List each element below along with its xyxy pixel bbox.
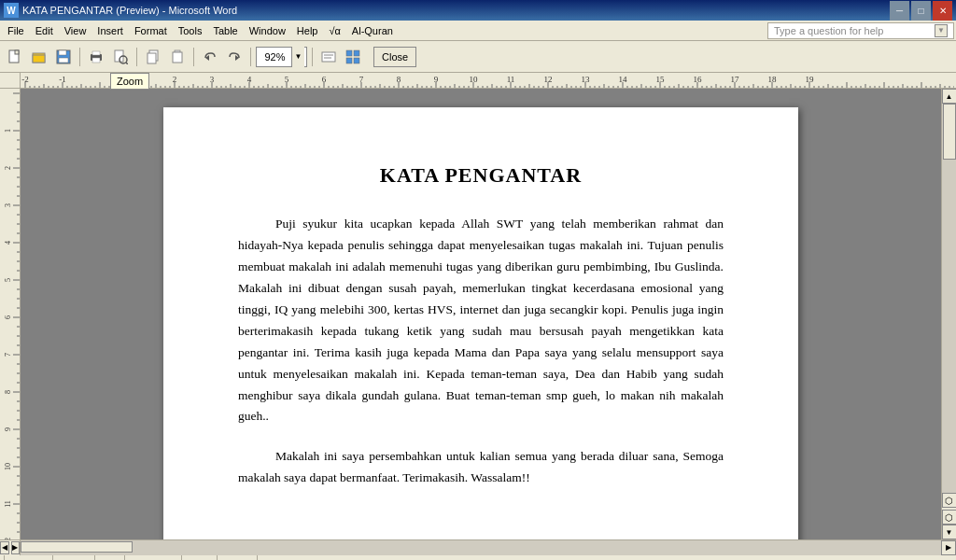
paragraph-2: Makalah ini saya persembahkan untuk kali…	[238, 446, 724, 489]
svg-rect-9	[92, 51, 100, 55]
document-page: KATA PENGANTAR Puji syukur kita ucapkan …	[163, 107, 798, 539]
status-sec: Sec 1	[53, 555, 95, 560]
close-preview-btn[interactable]: Close	[373, 47, 416, 67]
scroll-corner: ◀ ▶	[0, 540, 21, 555]
scroll-down-button[interactable]: ▼	[942, 525, 957, 539]
scroll-btn-pagedown[interactable]: ⬡	[942, 510, 957, 525]
menu-bar-right: Type a question for help ▼	[767, 22, 954, 39]
svg-rect-23	[354, 50, 359, 56]
vertical-ruler	[0, 89, 21, 539]
status-page-of: 1/1	[95, 555, 125, 560]
save-icon	[56, 49, 71, 64]
status-at: At 2.5cm	[125, 555, 181, 560]
svg-rect-3	[33, 55, 45, 63]
main-area: KATA PENGANTAR Puji syukur kita ucapkan …	[0, 89, 956, 539]
toolbar-separator-3	[193, 48, 194, 66]
status-bar: Page 1 Sec 1 1/1 At 2.5cm Ln 1 Col 1 REC…	[0, 554, 956, 560]
svg-rect-24	[346, 58, 352, 63]
svg-line-12	[126, 63, 128, 64]
close-preview-label: Close	[382, 51, 408, 63]
toolbar-btn-extra[interactable]	[317, 46, 340, 68]
menu-item-file[interactable]: File	[2, 21, 30, 40]
toolbar-separator-2	[136, 48, 137, 66]
copy-icon	[146, 49, 161, 64]
document-title: KATA PENGANTAR	[238, 163, 724, 188]
status-page: Page 1	[4, 555, 53, 560]
horizontal-scrollbar: ◀ ▶ ▶	[0, 539, 956, 554]
h-scroll-end-button[interactable]: ▶	[941, 540, 956, 555]
menu-item-tools[interactable]: Tools	[173, 21, 208, 40]
menu-item-edit[interactable]: Edit	[30, 21, 59, 40]
window-title: KATA PENGANTAR (Preview) - Microsoft Wor…	[22, 5, 237, 16]
status-col: Col 1	[218, 555, 258, 560]
redo-icon	[227, 49, 242, 64]
toolbar-btn-view[interactable]	[342, 46, 364, 68]
paste-icon	[170, 49, 185, 64]
ruler-corner	[0, 73, 21, 89]
menu-item-view[interactable]: View	[59, 21, 92, 40]
menu-item-insert[interactable]: Insert	[91, 21, 129, 40]
title-bar-left: W KATA PENGANTAR (Preview) - Microsoft W…	[4, 3, 237, 18]
zoom-dropdown-button[interactable]: ▼	[291, 47, 304, 67]
svg-rect-22	[346, 50, 352, 56]
menu-bar: File Edit View Insert Format Tools Table…	[0, 21, 956, 41]
print-icon	[89, 49, 104, 64]
h-scroll-thumb[interactable]	[21, 541, 133, 553]
svg-rect-19	[322, 52, 335, 62]
svg-rect-16	[173, 52, 182, 63]
toolbar-btn-redo[interactable]	[223, 46, 246, 68]
minimize-button[interactable]: ─	[890, 1, 909, 21]
new-icon	[7, 49, 22, 64]
toolbar-btn-open[interactable]	[28, 46, 50, 68]
h-scroll-right-button[interactable]: ▶	[11, 541, 21, 554]
title-bar: W KATA PENGANTAR (Preview) - Microsoft W…	[0, 0, 956, 21]
menu-item-formula[interactable]: √α	[323, 21, 345, 40]
toolbar-btn-save[interactable]	[52, 46, 75, 68]
extra-icon	[321, 49, 336, 64]
scroll-btn-pageup[interactable]: ⬡	[942, 493, 957, 508]
horizontal-ruler	[21, 73, 956, 89]
svg-rect-14	[148, 53, 156, 63]
ask-question-box[interactable]: Type a question for help ▼	[767, 22, 954, 39]
h-scroll-left-button[interactable]: ◀	[0, 541, 9, 554]
toolbar-separator-4	[250, 48, 251, 66]
toolbar-btn-print[interactable]	[85, 46, 107, 68]
page-wrapper: KATA PENGANTAR Puji syukur kita ucapkan …	[21, 89, 941, 539]
zoom-input[interactable]: 92%	[259, 51, 291, 63]
scroll-thumb[interactable]	[943, 104, 956, 160]
toolbar-btn-preview[interactable]	[109, 46, 132, 68]
svg-rect-5	[59, 50, 66, 55]
view-icon	[345, 49, 360, 64]
toolbar-btn-copy[interactable]	[142, 46, 164, 68]
preview-icon	[113, 49, 128, 64]
toolbar-btn-undo[interactable]	[199, 46, 221, 68]
scroll-up-button[interactable]: ▲	[942, 89, 957, 104]
v-ruler-canvas	[0, 89, 21, 539]
toolbar-separator-5	[312, 48, 313, 66]
menu-item-help[interactable]: Help	[291, 21, 324, 40]
undo-icon	[203, 49, 218, 64]
svg-rect-25	[354, 58, 359, 63]
close-window-button[interactable]: ✕	[933, 1, 952, 21]
paragraph-1: Puji syukur kita ucapkan kepada Allah SW…	[238, 214, 724, 427]
scroll-track[interactable]	[942, 104, 957, 493]
menu-item-table[interactable]: Table	[207, 21, 243, 40]
window-controls: ─ □ ✕	[890, 1, 952, 21]
open-icon	[32, 49, 47, 64]
menu-item-window[interactable]: Window	[244, 21, 291, 40]
app-icon: W	[4, 3, 19, 18]
h-scroll-track[interactable]	[21, 540, 941, 555]
zoom-box[interactable]: 92% ▼	[256, 47, 307, 67]
status-ln: Ln 1	[182, 555, 218, 560]
toolbar-btn-new[interactable]	[4, 46, 26, 68]
ask-dropdown-button[interactable]: ▼	[935, 24, 948, 37]
svg-rect-1	[15, 50, 19, 54]
svg-rect-8	[92, 58, 100, 63]
toolbar-btn-paste[interactable]	[166, 46, 189, 68]
ask-question-text: Type a question for help	[774, 25, 883, 36]
maximize-button[interactable]: □	[911, 1, 931, 21]
menu-item-alquran[interactable]: Al-Quran	[346, 21, 399, 40]
scroll-area[interactable]: KATA PENGANTAR Puji syukur kita ucapkan …	[21, 89, 941, 539]
vertical-scrollbar[interactable]: ▲ ⬡ ⬡ ▼	[941, 89, 956, 539]
menu-item-format[interactable]: Format	[129, 21, 173, 40]
